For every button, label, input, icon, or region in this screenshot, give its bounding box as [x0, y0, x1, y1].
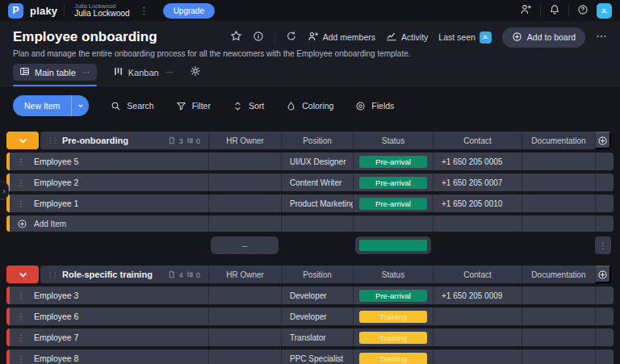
row-menu-icon[interactable]: ⋮ — [17, 333, 25, 342]
last-seen-indicator[interactable]: Last seen JL — [438, 31, 492, 44]
cell-hr-owner[interactable] — [208, 328, 281, 346]
favorite-button[interactable] — [230, 30, 242, 44]
views-settings-button[interactable] — [190, 65, 201, 79]
cell-position[interactable]: Developer — [281, 287, 353, 304]
column-header-hr-owner[interactable]: HR Owner — [208, 266, 281, 283]
cell-position[interactable]: Product Marketing — [281, 195, 353, 212]
cell-documentation[interactable] — [522, 195, 595, 212]
summary-hr-owner-pill[interactable]: -- — [211, 236, 279, 254]
collapse-group-button[interactable] — [6, 266, 39, 283]
item-name-cell[interactable]: ⋮Employee 8 — [10, 349, 208, 364]
column-header-hr-owner[interactable]: HR Owner — [208, 132, 281, 149]
cell-documentation[interactable] — [522, 174, 595, 191]
group-title[interactable]: Pre-onboarding — [62, 136, 128, 145]
new-item-button[interactable]: New Item — [13, 95, 71, 116]
cell-hr-owner[interactable] — [208, 174, 281, 191]
cell-hr-owner[interactable] — [208, 195, 281, 212]
add-members-button[interactable]: Add members — [308, 31, 375, 44]
group-title[interactable]: Role-specific training — [62, 270, 153, 279]
cell-contact[interactable]: +1 650 205 0009 — [433, 287, 522, 304]
tab-options-icon[interactable]: ⋯ — [165, 68, 174, 77]
cell-position[interactable]: Developer — [281, 308, 353, 325]
invite-user-button[interactable] — [520, 3, 532, 18]
column-header-contact[interactable]: Contact — [433, 266, 522, 283]
status-badge[interactable]: Pre-arrival — [359, 156, 427, 168]
cell-documentation[interactable] — [522, 153, 595, 170]
cell-contact[interactable] — [433, 349, 522, 364]
toolbar-sort-button[interactable]: Sort — [232, 101, 264, 111]
item-name-cell[interactable]: ⋮Employee 1 — [10, 195, 208, 212]
item-name-cell[interactable]: ⋮Employee 5 — [10, 153, 208, 170]
collapse-group-button[interactable] — [6, 132, 39, 149]
cell-contact[interactable] — [433, 308, 522, 325]
drag-handle-icon[interactable]: ⋮⋮ — [47, 137, 57, 144]
cell-hr-owner[interactable] — [208, 153, 281, 170]
row-menu-icon[interactable]: ⋮ — [17, 199, 25, 208]
column-header-position[interactable]: Position — [281, 266, 353, 283]
add-item-row[interactable]: Add Item — [6, 215, 614, 232]
add-column-button[interactable] — [595, 266, 611, 283]
item-name-cell[interactable]: ⋮Employee 2 — [10, 174, 208, 191]
tab-options-icon[interactable]: ⋯ — [82, 68, 90, 77]
sync-button[interactable] — [286, 31, 297, 44]
column-header-position[interactable]: Position — [281, 132, 353, 149]
board-more-button[interactable] — [596, 31, 607, 44]
column-header-contact[interactable]: Contact — [433, 132, 522, 149]
cell-contact[interactable]: +1 650 205 0005 — [433, 153, 522, 170]
status-badge[interactable]: Training — [359, 353, 427, 364]
column-header-status[interactable]: Status — [353, 266, 433, 283]
workspace-switcher[interactable]: Julia Lockwood Julia Lockwood — [74, 3, 129, 18]
cell-contact[interactable]: +1 650 205 0010 — [433, 195, 522, 212]
column-header-documentation[interactable]: Documentation — [522, 132, 595, 149]
cell-documentation[interactable] — [522, 308, 595, 325]
cell-hr-owner[interactable] — [208, 349, 281, 364]
status-badge[interactable]: Training — [359, 311, 427, 323]
status-badge[interactable]: Pre-arrival — [359, 177, 427, 189]
upgrade-button[interactable]: Upgrade — [163, 3, 215, 19]
workspace-menu-button[interactable]: ⋮ — [136, 6, 152, 16]
item-name-cell[interactable]: ⋮Employee 7 — [10, 328, 208, 346]
cell-position[interactable]: UI/UX Designer — [281, 153, 353, 170]
cell-position[interactable]: PPC Specialist — [281, 349, 353, 364]
tab-kanban[interactable]: Kanban ⋯ — [107, 64, 180, 81]
status-badge[interactable]: Pre-arrival — [359, 198, 427, 210]
toolbar-filter-button[interactable]: Filter — [176, 101, 211, 111]
summary-menu-button[interactable]: ⋮ — [595, 236, 611, 254]
row-menu-icon[interactable]: ⋮ — [17, 291, 25, 300]
cell-status[interactable]: Training — [353, 308, 433, 325]
cell-documentation[interactable] — [522, 287, 595, 304]
status-badge[interactable]: Pre-arrival — [359, 290, 427, 302]
toolbar-search-button[interactable]: Search — [111, 101, 153, 111]
user-avatar[interactable]: JL — [597, 3, 612, 19]
new-item-dropdown-button[interactable] — [71, 95, 89, 116]
board-info-button[interactable] — [253, 31, 264, 44]
column-header-documentation[interactable]: Documentation — [522, 266, 595, 283]
summary-status-pill[interactable] — [355, 236, 431, 254]
item-name-cell[interactable]: ⋮Employee 6 — [10, 308, 208, 325]
row-menu-icon[interactable]: ⋮ — [17, 178, 25, 187]
row-menu-icon[interactable]: ⋮ — [17, 312, 25, 321]
cell-status[interactable]: Training — [353, 349, 433, 364]
add-item-cell[interactable]: Add Item — [10, 215, 208, 232]
cell-position[interactable]: Content Writer — [281, 174, 353, 191]
cell-status[interactable]: Pre-arrival — [353, 174, 433, 191]
cell-hr-owner[interactable] — [208, 308, 281, 325]
status-badge[interactable]: Training — [359, 332, 427, 344]
drag-handle-icon[interactable]: ⋮⋮ — [47, 271, 57, 278]
cell-contact[interactable]: +1 650 205 0007 — [433, 174, 522, 191]
toolbar-coloring-button[interactable]: Coloring — [286, 101, 333, 111]
cell-hr-owner[interactable] — [208, 287, 281, 304]
row-menu-icon[interactable]: ⋮ — [17, 157, 25, 166]
column-header-status[interactable]: Status — [353, 132, 433, 149]
cell-status[interactable]: Pre-arrival — [353, 287, 433, 304]
cell-documentation[interactable] — [522, 328, 595, 346]
cell-status[interactable]: Training — [353, 328, 433, 346]
plaky-logo-icon[interactable]: P — [8, 3, 23, 19]
add-column-button[interactable] — [595, 132, 611, 149]
cell-status[interactable]: Pre-arrival — [353, 153, 433, 170]
activity-button[interactable]: Activity — [386, 31, 428, 44]
add-to-board-button[interactable]: Add to board — [502, 27, 585, 48]
tab-main-table[interactable]: Main table ⋯ — [13, 64, 97, 81]
notifications-button[interactable] — [549, 4, 560, 18]
help-button[interactable] — [577, 4, 589, 18]
